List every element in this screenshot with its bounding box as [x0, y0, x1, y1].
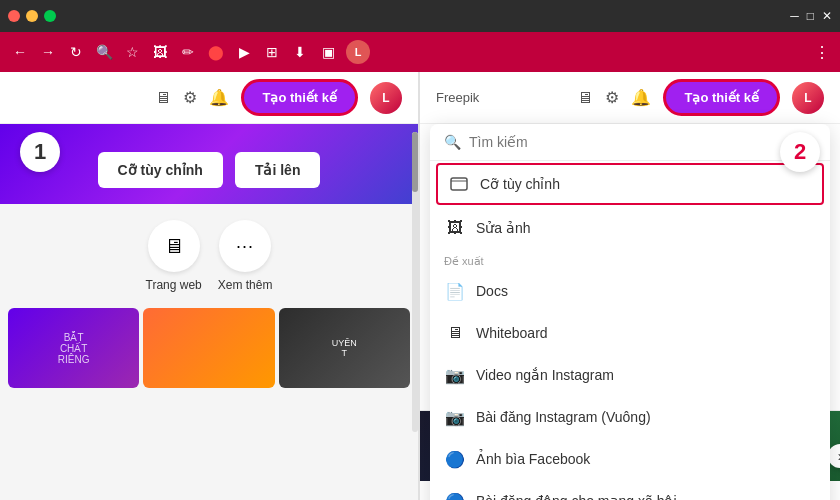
- more-icon-circle[interactable]: ···: [219, 220, 271, 272]
- items-grid: 🖥 Trang web ··· Xem thêm: [0, 204, 418, 308]
- custom-size-item[interactable]: Cỡ tùy chỉnh: [436, 163, 824, 205]
- step-1-badge: 1: [20, 132, 60, 172]
- scroll-thumb: [412, 132, 418, 192]
- grid-icon[interactable]: ⊞: [262, 44, 282, 60]
- instagram-post-icon: 📷: [444, 406, 466, 428]
- window-right-controls: ─ □ ✕: [790, 9, 832, 23]
- website-label: Trang web: [146, 278, 202, 292]
- create-design-btn-right[interactable]: Tạo thiết kế: [663, 79, 780, 116]
- step-2-badge: 2: [780, 132, 820, 172]
- window-controls: [8, 10, 56, 22]
- edit-photo-item[interactable]: 🖼 Sửa ảnh: [430, 207, 830, 249]
- social-animated-icon: 🔵: [444, 490, 466, 500]
- settings-icon-right[interactable]: ⚙: [605, 88, 619, 107]
- create-design-btn-left[interactable]: Tạo thiết kế: [241, 79, 358, 116]
- restore-icon[interactable]: □: [807, 9, 814, 23]
- record-icon[interactable]: ⬤: [206, 44, 226, 60]
- website-icon-circle[interactable]: 🖥: [148, 220, 200, 272]
- sidebar-icon[interactable]: ▣: [318, 44, 338, 60]
- social-animated-label: Bài đăng động cho mạng xã hội: [476, 493, 677, 500]
- freepik-nav-right: Freepik 🖥 ⚙ 🔔 Tạo thiết kế L: [420, 72, 840, 124]
- star-icon[interactable]: ☆: [122, 44, 142, 60]
- play-icon[interactable]: ▶: [234, 44, 254, 60]
- scroll-indicator: [412, 132, 418, 432]
- more-label: Xem thêm: [218, 278, 273, 292]
- edit-icon[interactable]: ✏: [178, 44, 198, 60]
- upload-btn[interactable]: Tải lên: [235, 152, 321, 188]
- custom-size-icon: [448, 173, 470, 195]
- freepik-nav-left: 🖥 ⚙ 🔔 Tạo thiết kế L: [0, 72, 418, 124]
- user-avatar-right[interactable]: L: [792, 82, 824, 114]
- minimize-button[interactable]: [26, 10, 38, 22]
- edit-photo-icon: 🖼: [444, 217, 466, 239]
- bell-icon[interactable]: 🔔: [209, 88, 229, 107]
- search-box: 🔍: [430, 124, 830, 161]
- browser-toolbar: ← → ↻ 🔍 ☆ 🖼 ✏ ⬤ ▶ ⊞ ⬇ ▣ L ⋮: [0, 32, 840, 72]
- hero-buttons: Cỡ tùy chỉnh Tải lên: [98, 152, 321, 188]
- facebook-cover-label: Ảnh bìa Facebook: [476, 451, 590, 467]
- whiteboard-item[interactable]: 🖥 Whiteboard: [430, 312, 830, 354]
- social-animated-item[interactable]: 🔵 Bài đăng động cho mạng xã hội: [430, 480, 830, 500]
- close-window-icon[interactable]: ✕: [822, 9, 832, 23]
- instagram-reel-icon: 📷: [444, 364, 466, 386]
- freepik-title: Freepik: [436, 90, 479, 105]
- instagram-post-item[interactable]: 📷 Bài đăng Instagram (Vuông): [430, 396, 830, 438]
- close-button[interactable]: [8, 10, 20, 22]
- svg-rect-0: [451, 178, 467, 190]
- more-options-icon[interactable]: ⋮: [814, 43, 830, 62]
- instagram-reel-item[interactable]: 📷 Video ngắn Instagram: [430, 354, 830, 396]
- main-content: 🖥 ⚙ 🔔 Tạo thiết kế L 1 Cỡ tùy chỉnh Tải …: [0, 72, 840, 500]
- facebook-cover-icon: 🔵: [444, 448, 466, 470]
- forward-icon[interactable]: →: [38, 44, 58, 60]
- screenshot-icon[interactable]: 🖼: [150, 44, 170, 60]
- back-icon[interactable]: ←: [10, 44, 30, 60]
- right-panel: Freepik 🖥 ⚙ 🔔 Tạo thiết kế L 2 🔍: [420, 72, 840, 500]
- docs-item[interactable]: 📄 Docs: [430, 270, 830, 312]
- edit-photo-label: Sửa ảnh: [476, 220, 531, 236]
- search-icon-dropdown: 🔍: [444, 134, 461, 150]
- instagram-reel-label: Video ngắn Instagram: [476, 367, 614, 383]
- docs-icon: 📄: [444, 280, 466, 302]
- list-item: ··· Xem thêm: [218, 220, 273, 292]
- docs-label: Docs: [476, 283, 508, 299]
- section-label-suggest: Đề xuất: [430, 249, 830, 270]
- user-avatar-left[interactable]: L: [370, 82, 402, 114]
- window-chrome: ─ □ ✕: [0, 0, 840, 32]
- custom-size-btn[interactable]: Cỡ tùy chỉnh: [98, 152, 223, 188]
- download-icon[interactable]: ⬇: [290, 44, 310, 60]
- bell-icon-right[interactable]: 🔔: [631, 88, 651, 107]
- maximize-button[interactable]: [44, 10, 56, 22]
- search-icon[interactable]: 🔍: [94, 44, 114, 60]
- hero-section: Cỡ tùy chỉnh Tải lên: [0, 124, 418, 204]
- user-avatar[interactable]: L: [346, 40, 370, 64]
- list-item: 🖥 Trang web: [146, 220, 202, 292]
- left-panel: 🖥 ⚙ 🔔 Tạo thiết kế L 1 Cỡ tùy chỉnh Tải …: [0, 72, 420, 500]
- thumbnail-row: BẮT CHẤT RIÊNG UYÊNT: [0, 308, 418, 396]
- thumb-1: BẮT CHẤT RIÊNG: [8, 308, 139, 388]
- monitor-icon-right[interactable]: 🖥: [577, 89, 593, 107]
- instagram-post-label: Bài đăng Instagram (Vuông): [476, 409, 651, 425]
- thumb-3: UYÊNT: [279, 308, 410, 388]
- settings-icon[interactable]: ⚙: [183, 88, 197, 107]
- search-input[interactable]: [469, 134, 816, 150]
- thumb-2: [143, 308, 274, 388]
- facebook-cover-item[interactable]: 🔵 Ảnh bìa Facebook: [430, 438, 830, 480]
- refresh-icon[interactable]: ↻: [66, 44, 86, 60]
- whiteboard-icon: 🖥: [444, 322, 466, 344]
- dropdown-menu: 🔍 Cỡ tùy chỉnh 🖼 Sửa ảnh Đề xuất: [430, 124, 830, 500]
- minimize-icon[interactable]: ─: [790, 9, 799, 23]
- whiteboard-label: Whiteboard: [476, 325, 548, 341]
- custom-size-label: Cỡ tùy chỉnh: [480, 176, 560, 192]
- monitor-icon[interactable]: 🖥: [155, 89, 171, 107]
